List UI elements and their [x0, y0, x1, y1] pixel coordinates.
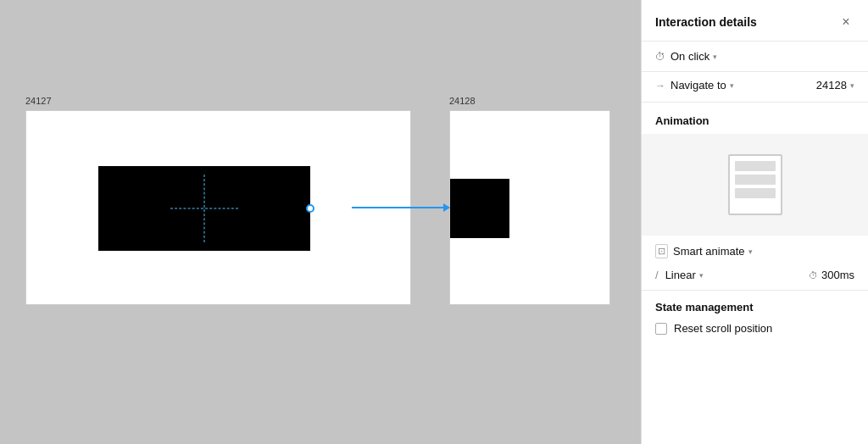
- panel-header: Interaction details ×: [642, 0, 868, 42]
- reset-scroll-row[interactable]: Reset scroll position: [655, 322, 854, 335]
- frame-number-left: 24127: [25, 96, 52, 106]
- selected-element[interactable]: [98, 166, 310, 251]
- anim-bar-1: [735, 161, 776, 171]
- smart-animate-row[interactable]: ⊡ Smart animate ▾: [642, 236, 868, 264]
- panel-title: Interaction details: [655, 15, 757, 29]
- trigger-chip[interactable]: On click ▾: [670, 50, 717, 63]
- duration-icon: ⏱: [809, 270, 818, 280]
- trigger-row[interactable]: ⏱ On click ▾: [642, 42, 868, 72]
- animation-title: Animation: [655, 114, 709, 127]
- duration-group[interactable]: ⏱ 300ms: [809, 269, 854, 281]
- close-button[interactable]: ×: [837, 14, 854, 31]
- reset-scroll-checkbox[interactable]: [655, 323, 667, 335]
- frame-right[interactable]: [449, 110, 610, 305]
- frame-label-right: 24128: [449, 96, 476, 106]
- trigger-icon: ⏱: [655, 51, 665, 63]
- smart-animate-dropdown: ▾: [748, 247, 753, 256]
- interaction-panel: Interaction details × ⏱ On click ▾ → Nav…: [641, 0, 868, 444]
- target-frame-label: 24128: [816, 79, 847, 92]
- action-icon: →: [655, 80, 665, 92]
- arrow-connector: [352, 207, 449, 208]
- easing-chip[interactable]: Linear ▾: [665, 269, 704, 281]
- navigate-chip[interactable]: Navigate to ▾: [670, 79, 734, 92]
- target-dropdown-icon: ▾: [850, 81, 854, 90]
- arrow-line: [352, 207, 449, 208]
- target-chip[interactable]: 24128 ▾: [816, 79, 854, 92]
- target-element: [450, 179, 509, 238]
- navigate-label: Navigate to: [670, 79, 726, 92]
- easing-row[interactable]: / Linear ▾ ⏱ 300ms: [642, 264, 868, 291]
- navigate-dropdown-icon: ▾: [730, 81, 734, 90]
- frame-label-left: 24127: [25, 96, 52, 106]
- smart-animate-icon: ⊡: [655, 244, 668, 258]
- action-row[interactable]: → Navigate to ▾ 24128 ▾: [642, 72, 868, 103]
- slash-icon: /: [655, 269, 659, 281]
- anim-bar-2: [735, 175, 776, 185]
- crosshair-indicator: [170, 175, 238, 242]
- trigger-dropdown-icon: ▾: [713, 53, 717, 61]
- reset-scroll-label: Reset scroll position: [674, 322, 772, 335]
- smart-animate-label: Smart animate: [673, 245, 745, 258]
- frame-number-right: 24128: [449, 96, 476, 106]
- animation-section-header: Animation: [642, 103, 868, 134]
- animation-icon: [728, 154, 782, 215]
- easing-label: Linear: [665, 269, 696, 281]
- anim-bar-3: [735, 188, 776, 198]
- trigger-label: On click: [670, 50, 709, 63]
- state-management-section: State management Reset scroll position: [642, 291, 868, 345]
- duration-value: 300ms: [821, 269, 854, 281]
- connection-dot[interactable]: [306, 204, 314, 213]
- smart-animate-chip[interactable]: Smart animate ▾: [673, 245, 753, 258]
- canvas-area: 24127 24128: [0, 0, 641, 444]
- close-icon: ×: [842, 14, 849, 30]
- state-management-title: State management: [655, 301, 854, 314]
- easing-dropdown: ▾: [699, 271, 704, 280]
- animation-preview: [642, 134, 868, 236]
